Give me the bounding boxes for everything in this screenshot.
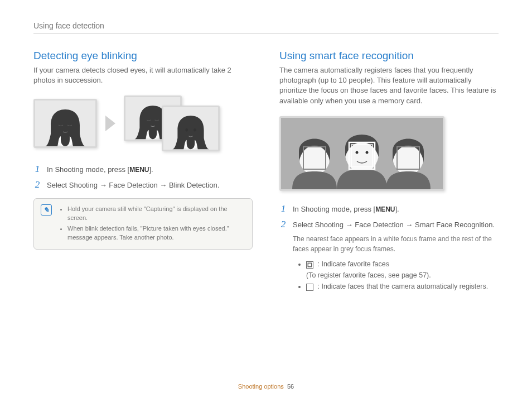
left-step-2: 2 Select Shooting → Face Detection → Bli… xyxy=(33,179,253,192)
svg-point-4 xyxy=(194,128,196,131)
note-text-fragment: Hold your camera still while " xyxy=(67,205,146,212)
arrow-separator: → xyxy=(404,221,415,229)
note-item-2: When blink detection fails, "Picture tak… xyxy=(67,224,245,242)
step-number: 1 xyxy=(33,164,41,176)
legend-auto-faces: : Indicate faces that the camera automat… xyxy=(306,281,499,292)
step-text-fragment: In Shooting mode, press [ xyxy=(47,165,129,174)
svg-point-10 xyxy=(366,151,369,154)
right-step-2: 2 Select Shooting → Face Detection → Sma… xyxy=(279,219,499,293)
step-1-text: In Shooting mode, press [MENU]. xyxy=(293,203,499,216)
note-list: Hold your camera still while "Capturing"… xyxy=(59,204,245,243)
two-column-layout: Detecting eye blinking If your camera de… xyxy=(33,50,499,295)
left-column: Detecting eye blinking If your camera de… xyxy=(33,50,253,295)
header-section-label: Using face detection xyxy=(33,21,499,34)
legend-text: : Indicate favorite faces xyxy=(316,260,389,268)
menu-path-item: Blink Detection xyxy=(169,181,217,189)
left-intro-text: If your camera detects closed eyes, it w… xyxy=(33,65,253,85)
step-2-text: Select Shooting → Face Detection → Blink… xyxy=(47,179,253,192)
left-heading: Detecting eye blinking xyxy=(33,50,253,62)
svg-point-3 xyxy=(185,128,188,131)
right-column: Using smart face recognition The camera … xyxy=(279,50,499,295)
page-number: 56 xyxy=(287,383,294,390)
menu-path-item: Shooting xyxy=(315,221,344,229)
step-2-text: Select Shooting → Face Detection → Smart… xyxy=(293,219,499,293)
right-intro-text: The camera automatically registers faces… xyxy=(279,65,499,106)
blink-photo-closed-eyes xyxy=(33,99,97,148)
note-callout-box: ✎ Hold your camera still while "Capturin… xyxy=(33,198,253,250)
face-frame-legend: : Indicate favorite faces(To register fa… xyxy=(293,259,499,292)
blink-photo-stack xyxy=(124,95,220,151)
left-steps: 1 In Shooting mode, press [MENU]. 2 Sele… xyxy=(33,164,253,192)
menu-path-item: Face Detection xyxy=(109,181,157,189)
step-text-fragment: In Shooting mode, press [ xyxy=(293,205,375,213)
arrow-separator: → xyxy=(344,221,355,229)
note-bold-term: Capturing xyxy=(146,205,173,212)
smart-face-illustration xyxy=(279,116,444,191)
step-text-fragment: Select xyxy=(293,221,315,229)
note-item-1: Hold your camera still while "Capturing"… xyxy=(67,204,245,223)
menu-path-item: Smart Face Recognition xyxy=(415,221,492,229)
step-number: 2 xyxy=(33,179,41,192)
step-text-fragment: . xyxy=(217,181,220,189)
note-text-fragment: When blink detection fails, " xyxy=(67,225,143,232)
menu-path-item: Face Detection xyxy=(355,221,403,229)
legend-text: : Indicate faces that the camera automat… xyxy=(316,283,488,290)
step-number: 1 xyxy=(279,203,287,216)
right-steps: 1 In Shooting mode, press [MENU]. 2 Sele… xyxy=(279,203,499,293)
arrow-icon xyxy=(104,113,117,133)
right-step-1: 1 In Shooting mode, press [MENU]. xyxy=(279,203,499,216)
step-1-text: In Shooting mode, press [MENU]. xyxy=(47,164,253,176)
manual-page: Using face detection Detecting eye blink… xyxy=(0,0,532,402)
svg-point-9 xyxy=(356,151,359,154)
note-icon: ✎ xyxy=(41,204,52,216)
step-number: 2 xyxy=(279,219,287,293)
step-text-fragment: Select xyxy=(47,181,69,189)
legend-favorite-faces: : Indicate favorite faces(To register fa… xyxy=(306,259,499,281)
arrow-separator: → xyxy=(158,181,169,189)
arrow-separator: → xyxy=(98,181,109,189)
menu-button-label: MENU xyxy=(129,166,149,174)
menu-path-item: Shooting xyxy=(69,181,98,189)
page-footer: Shooting options 56 xyxy=(0,383,532,390)
footer-section-name: Shooting options xyxy=(238,383,284,390)
double-square-icon xyxy=(306,261,313,269)
blink-illustration-row xyxy=(33,95,253,151)
left-step-1: 1 In Shooting mode, press [MENU]. xyxy=(33,164,253,176)
note-bold-term: Picture taken with eyes closed xyxy=(143,225,225,232)
step-text-fragment: ]. xyxy=(149,165,153,174)
step-text-fragment: ]. xyxy=(395,205,399,213)
menu-button-label: MENU xyxy=(375,205,395,213)
right-heading: Using smart face recognition xyxy=(279,50,499,62)
step-text-fragment: . xyxy=(492,221,495,229)
step-2-subnote: The nearest face appears in a white focu… xyxy=(293,234,499,254)
single-square-icon xyxy=(306,284,313,291)
blink-photo-result-2 xyxy=(162,106,220,151)
legend-subtext: (To register favorite faces, see page 57… xyxy=(306,271,431,279)
